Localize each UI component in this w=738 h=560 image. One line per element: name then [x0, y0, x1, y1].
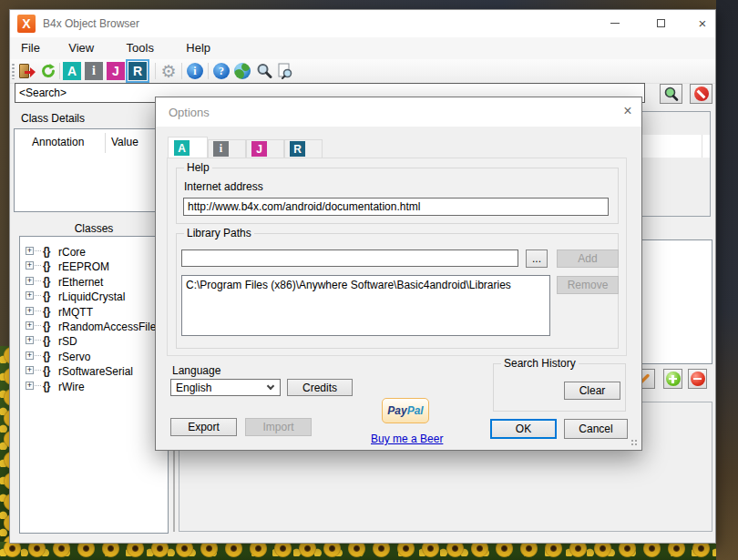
menu-view[interactable]: View — [59, 37, 103, 55]
classes-tree: +{}rCore +{}rEEPROM +{}rEthernet +{}rLiq… — [19, 236, 169, 534]
menu-file[interactable]: File — [12, 37, 49, 55]
classes-label: Classes — [19, 222, 169, 235]
maximize-button[interactable] — [646, 10, 675, 36]
dialog-title: Options — [169, 106, 210, 119]
import-button[interactable]: Import — [245, 418, 312, 436]
braces-icon: {} — [43, 245, 49, 258]
tree-item[interactable]: +{}rServo — [20, 349, 166, 363]
b4r-tab-icon: R — [290, 141, 305, 157]
expand-icon[interactable]: + — [26, 277, 34, 285]
add-item-button[interactable] — [663, 369, 682, 389]
tree-item[interactable]: +{}rSoftwareSerial — [20, 363, 166, 378]
braces-icon: {} — [43, 320, 49, 332]
b4j-button[interactable]: J — [107, 62, 125, 80]
language-select[interactable]: English — [170, 379, 281, 396]
block-icon — [694, 87, 709, 101]
menu-help[interactable]: Help — [177, 37, 220, 55]
braces-icon: {} — [43, 334, 49, 347]
minimize-button[interactable] — [600, 10, 630, 36]
expand-icon[interactable]: + — [26, 291, 34, 300]
help-group-label: Help — [184, 161, 212, 174]
class-details-table: Annotation Value — [14, 128, 172, 212]
internet-address-input[interactable] — [183, 198, 609, 216]
column-divider[interactable] — [105, 133, 106, 153]
b4r-button-selected[interactable]: R — [128, 62, 147, 80]
close-button[interactable]: × — [688, 10, 717, 36]
column-annotation[interactable]: Annotation — [32, 136, 84, 148]
tree-item[interactable]: +{}rLiquidCrystal — [20, 289, 166, 303]
tree-item[interactable]: +{}rCore — [20, 244, 166, 259]
export-button[interactable]: Export — [170, 418, 237, 436]
search-go-button[interactable] — [660, 84, 682, 104]
toolbar-separator — [155, 63, 156, 79]
exit-icon[interactable] — [16, 61, 36, 81]
paypal-badge[interactable]: PayPal — [382, 398, 429, 423]
library-paths-group-label: Library Paths — [184, 227, 254, 239]
expand-icon[interactable]: + — [26, 247, 34, 255]
library-paths-list[interactable]: C:\Program Files (x86)\Anywhere Software… — [181, 275, 550, 336]
expand-icon[interactable]: + — [26, 307, 34, 315]
language-value: English — [176, 382, 211, 394]
app-logo-icon: X — [17, 15, 36, 33]
b4j-tab-icon: J — [251, 141, 267, 157]
expand-icon[interactable]: + — [26, 336, 34, 344]
braces-icon: {} — [43, 305, 49, 318]
remove-path-button[interactable]: Remove — [557, 276, 619, 294]
tree-item[interactable]: +{}rSD — [20, 333, 166, 348]
language-label: Language — [172, 364, 220, 377]
tab-b4a-selected[interactable]: A — [168, 137, 208, 158]
resize-grip[interactable] — [630, 439, 639, 447]
paypal-pay: Pay — [387, 404, 406, 417]
internet-address-label: Internet address — [184, 180, 263, 193]
expand-icon[interactable]: + — [26, 351, 34, 360]
info-icon[interactable]: i — [185, 61, 205, 81]
tab-b4j[interactable]: J — [246, 139, 284, 158]
menu-tools[interactable]: Tools — [118, 37, 163, 55]
dialog-close-icon[interactable]: × — [614, 97, 641, 125]
b4i-button[interactable]: i — [85, 62, 103, 80]
tree-item[interactable]: +{}rEthernet — [20, 274, 166, 289]
help-icon[interactable]: ? — [211, 61, 231, 81]
cancel-button[interactable]: Cancel — [564, 419, 628, 439]
tab-b4i[interactable]: i — [208, 139, 246, 158]
expand-icon[interactable]: + — [26, 261, 34, 270]
add-path-button[interactable]: Add — [557, 249, 619, 268]
tree-item[interactable]: +{}rRandomAccessFile — [20, 319, 166, 333]
tree-item[interactable]: +{}rEEPROM — [20, 259, 166, 273]
column-value[interactable]: Value — [111, 136, 138, 148]
toolbar: A i J R ⚙ i ? — [10, 59, 715, 84]
globe-icon[interactable] — [232, 61, 252, 81]
search-icon[interactable] — [254, 61, 274, 81]
expand-icon[interactable]: + — [26, 366, 34, 374]
braces-icon: {} — [43, 380, 49, 392]
clear-history-button[interactable]: Clear — [564, 382, 620, 400]
tree-item[interactable]: +{}rMQTT — [20, 304, 166, 319]
toolbar-grip[interactable] — [12, 63, 15, 79]
browse-button[interactable]: ... — [526, 249, 548, 268]
window-title: B4x Object Browser — [43, 17, 139, 30]
tree-item[interactable]: +{}rWire — [20, 379, 166, 393]
credits-button[interactable]: Credits — [287, 379, 353, 396]
toolbar-separator — [208, 63, 209, 79]
braces-icon: {} — [43, 364, 49, 377]
remove-item-button[interactable] — [688, 369, 707, 389]
main-titlebar: X B4x Object Browser × — [10, 10, 715, 37]
class-details-label: Class Details — [21, 112, 85, 125]
buy-me-a-beer-link[interactable]: Buy me a Beer — [371, 433, 443, 445]
expand-icon[interactable]: + — [26, 382, 34, 390]
tab-b4r[interactable]: R — [284, 139, 323, 158]
refresh-icon[interactable] — [38, 61, 58, 81]
desktop-wallpaper-right — [716, 0, 738, 560]
library-path-input[interactable] — [181, 249, 518, 267]
settings-gear-icon[interactable]: ⚙ — [159, 61, 179, 81]
options-dialog: Options × A i J R Help Internet address … — [155, 97, 642, 451]
library-path-item[interactable]: C:\Program Files (x86)\Anywhere Software… — [186, 279, 511, 291]
b4a-tab-icon: A — [174, 140, 190, 156]
toolbar-separator — [181, 63, 182, 79]
ok-button[interactable]: OK — [490, 419, 557, 439]
search-clear-button[interactable] — [690, 84, 712, 104]
expand-icon[interactable]: + — [26, 321, 34, 330]
b4a-button[interactable]: A — [63, 62, 81, 80]
search-page-icon[interactable] — [275, 61, 295, 81]
desktop-wallpaper-left — [0, 346, 9, 542]
